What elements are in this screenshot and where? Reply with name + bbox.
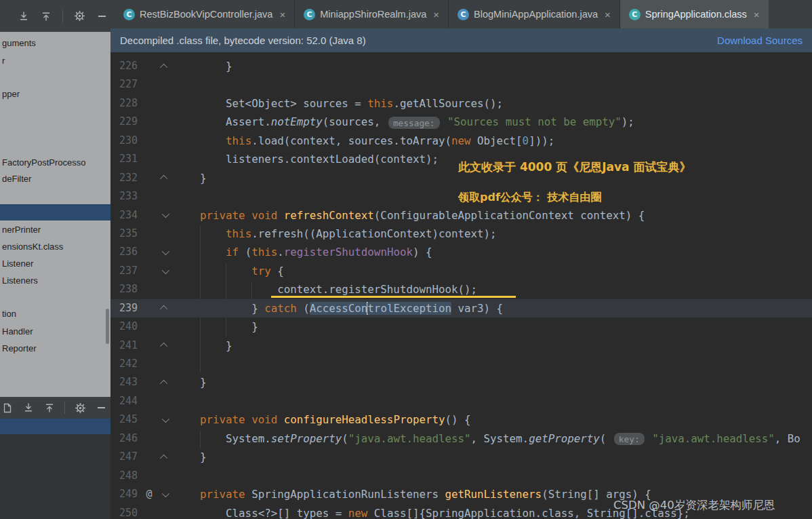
tree-item[interactable]: Reporter: [0, 341, 110, 357]
code-token: System.: [174, 432, 271, 445]
code-line[interactable]: 247 }: [110, 448, 812, 466]
tree-item[interactable]: r: [0, 53, 110, 69]
code-line[interactable]: 246 System.setProperty("java.awt.headles…: [110, 429, 812, 448]
tree-item[interactable]: guments: [0, 35, 110, 52]
gutter: 232: [110, 169, 174, 187]
code-line[interactable]: 240 }: [110, 318, 812, 336]
download-sources-link[interactable]: Download Sources: [717, 35, 803, 46]
fold-marker-icon[interactable]: [159, 269, 170, 274]
code-text: [174, 355, 812, 373]
close-tab-icon[interactable]: ×: [433, 9, 439, 20]
code-line[interactable]: 226 }: [110, 57, 812, 75]
line-number: 237: [110, 262, 138, 280]
tree-item[interactable]: tion: [0, 306, 110, 322]
gutter: 243: [110, 373, 174, 391]
code-editor[interactable]: 226 }227228 Set<Object> sources = this.g…: [110, 52, 812, 519]
gutter: 248: [110, 467, 174, 485]
code-line[interactable]: 238 context.registerShutdownHook();: [110, 280, 812, 299]
annotation-note: 此文收录于 4000 页《尼恩Java 面试宝典》: [458, 159, 691, 175]
code-token: refreshContext: [284, 209, 374, 222]
code-token: [174, 134, 226, 147]
close-tab-icon[interactable]: ×: [605, 9, 611, 20]
tree-item[interactable]: FactoryPostProcesso: [0, 155, 110, 171]
code-line[interactable]: 243 }: [110, 373, 812, 391]
fold-marker-icon[interactable]: [159, 64, 170, 69]
tree-item[interactable]: nerPrinter: [0, 222, 110, 238]
code-line[interactable]: 244: [110, 392, 812, 410]
editor-tab[interactable]: CBlogMiniAppApplication.java×: [449, 0, 620, 28]
code-line[interactable]: 239 } catch (AccessControlException var3…: [110, 299, 812, 318]
code-line[interactable]: 241 }: [110, 337, 812, 355]
tree-item[interactable]: Listeners: [0, 273, 110, 289]
code-token: listeners.contextLoaded(context);: [174, 153, 439, 166]
code-token: SpringApplicationRunListeners: [245, 488, 445, 501]
settings-gear-icon[interactable]: [74, 402, 86, 414]
code-text: }: [174, 448, 812, 466]
scroll-down-icon[interactable]: [22, 402, 35, 414]
fold-marker-icon[interactable]: [159, 175, 170, 180]
fold-marker-icon[interactable]: [159, 492, 170, 497]
gutter: 244: [110, 392, 174, 410]
code-line[interactable]: 228 Set<Object> sources = this.getAllSou…: [110, 94, 812, 113]
code-line[interactable]: 234 private void refreshContext(Configur…: [110, 206, 812, 225]
code-token: .getAllSources();: [393, 97, 503, 110]
code-token: }: [174, 450, 207, 463]
code-token: }: [174, 302, 264, 315]
tree-item[interactable]: [0, 204, 110, 220]
line-number: 245: [110, 410, 138, 429]
fold-marker-icon[interactable]: [159, 250, 170, 255]
code-line[interactable]: 245 private void configureHeadlessProper…: [110, 410, 812, 429]
tree-item[interactable]: pper: [0, 86, 110, 102]
code-line[interactable]: 248: [110, 467, 812, 485]
fold-marker-icon[interactable]: [159, 417, 170, 423]
fold-marker-icon[interactable]: [159, 305, 170, 311]
code-line[interactable]: 230 this.load(context, sources.toArray(n…: [110, 132, 812, 150]
fold-marker-icon[interactable]: [159, 380, 170, 385]
code-text: }: [174, 57, 812, 75]
scroll-up-icon[interactable]: [40, 10, 52, 22]
tree-item[interactable]: Listener: [0, 256, 110, 272]
scroll-down-icon[interactable]: [18, 10, 30, 22]
scroll-up-icon[interactable]: [43, 402, 56, 414]
fold-marker-icon[interactable]: [159, 212, 170, 218]
editor-tab[interactable]: CSpringApplication.class×: [620, 0, 769, 28]
code-text: [174, 75, 812, 94]
fold-marker-icon[interactable]: [159, 343, 170, 348]
code-line[interactable]: 235 this.refresh((ApplicationContext)con…: [110, 225, 812, 243]
editor-tab[interactable]: CRestBizBookVipController.java×: [115, 0, 295, 28]
code-token: }: [174, 60, 232, 73]
gutter: 229: [110, 113, 174, 131]
code-line[interactable]: 242: [110, 355, 812, 373]
selected-list-row[interactable]: [0, 419, 110, 434]
java-class-icon: C: [304, 9, 315, 20]
tree-item[interactable]: ensionsKt.class: [0, 239, 110, 255]
code-token: this: [226, 227, 251, 240]
tree-item[interactable]: deFilter: [0, 171, 110, 187]
code-line[interactable]: 229 Assert.notEmpty(sources, message: "S…: [110, 113, 812, 131]
code-text: this.load(context, sources.toArray(new O…: [174, 132, 812, 150]
code-line[interactable]: 227: [110, 75, 812, 94]
line-number: 226: [110, 57, 138, 75]
banner-text: Decompiled .class file, bytecode version…: [120, 35, 366, 46]
gutter: 240: [110, 318, 174, 336]
fold-marker-icon[interactable]: [159, 455, 170, 460]
tree-item[interactable]: Handler: [0, 324, 110, 340]
hide-panel-icon[interactable]: [96, 10, 108, 22]
code-line[interactable]: 236 if (this.registerShutdownHook) {: [110, 243, 812, 261]
code-text: Assert.notEmpty(sources, message: "Sourc…: [174, 113, 812, 131]
file-icon[interactable]: [1, 402, 14, 414]
code-token: (sources,: [323, 115, 387, 128]
close-tab-icon[interactable]: ×: [754, 9, 760, 20]
editor-tab[interactable]: CMiniappShiroRealm.java×: [295, 0, 449, 28]
code-token: trolException: [367, 302, 451, 315]
settings-gear-icon[interactable]: [73, 10, 85, 22]
close-tab-icon[interactable]: ×: [279, 9, 285, 20]
code-token: this: [251, 246, 277, 258]
hide-panel-icon[interactable]: [95, 402, 107, 414]
line-number: 236: [110, 243, 138, 261]
code-token: [174, 227, 226, 240]
line-number: 242: [110, 355, 138, 373]
code-line[interactable]: 237 try {: [110, 262, 812, 280]
gutter: 235: [110, 225, 174, 243]
code-token: "java.awt.headless": [652, 432, 775, 445]
